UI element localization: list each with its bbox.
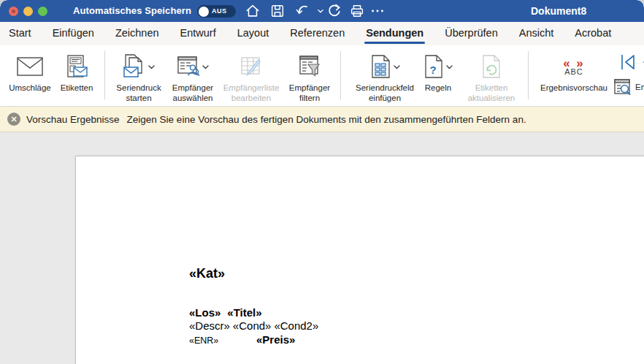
edit-recipient-list-icon xyxy=(239,50,263,83)
tab-start[interactable]: Start xyxy=(9,22,31,45)
tab-referenzen[interactable]: Referenzen xyxy=(290,22,345,45)
autosave-label: Automatisches Speichern xyxy=(73,0,191,22)
tab-layout[interactable]: Layout xyxy=(237,22,269,45)
tab-sendungen[interactable]: Sendungen xyxy=(366,22,423,45)
document-area: «Kat» «Los»«Titel» «Descr»«Cond»«Cond2» … xyxy=(0,132,644,364)
redo-icon[interactable] xyxy=(326,3,342,19)
merge-field-los[interactable]: «Los» xyxy=(189,306,221,319)
filter-recipients-button[interactable]: Empfänger filtern xyxy=(286,50,333,105)
select-recipients-icon xyxy=(177,55,200,78)
previous-record-button[interactable] xyxy=(640,54,644,70)
envelopes-button[interactable]: Umschläge xyxy=(6,50,54,105)
chevron-down-icon xyxy=(446,65,453,69)
envelope-icon xyxy=(17,50,43,83)
window-title: Dokument8 xyxy=(531,0,586,22)
tab-entwurf[interactable]: Entwurf xyxy=(180,22,216,45)
insert-merge-field-icon xyxy=(369,55,391,78)
document-page[interactable]: «Kat» «Los»«Titel» «Descr»«Cond»«Cond2» … xyxy=(75,156,644,364)
ribbon-tabbar: Start Einfügen Zeichnen Entwurf Layout R… xyxy=(0,22,644,45)
group-divider xyxy=(340,51,341,99)
save-icon[interactable] xyxy=(269,3,285,19)
labels-icon xyxy=(65,50,88,83)
toggle-knob-icon xyxy=(199,7,209,17)
titlebar: Automatisches Speichern AUS xyxy=(0,0,644,22)
zoom-window-button[interactable] xyxy=(38,7,47,16)
close-icon[interactable]: ✕ xyxy=(7,113,20,126)
merge-field-titel[interactable]: «Titel» xyxy=(227,306,261,319)
merge-field-kat[interactable]: «Kat» xyxy=(189,266,225,281)
ribbon: Umschläge Etiketten xyxy=(0,45,644,107)
undo-chevron-down-icon[interactable] xyxy=(313,3,321,19)
group-divider xyxy=(528,51,529,99)
print-icon[interactable] xyxy=(349,3,365,19)
find-recipient-label: Em xyxy=(635,83,644,91)
update-labels-icon xyxy=(481,50,502,83)
edit-recipient-list-button: Empfängerliste bearbeiten xyxy=(218,50,285,105)
tab-acrobat[interactable]: Acrobat xyxy=(575,22,611,45)
autosave-state: AUS xyxy=(212,5,227,18)
merge-line-lot-title: «Los»«Titel» xyxy=(189,306,262,319)
chevron-down-icon xyxy=(148,65,155,69)
undo-icon[interactable] xyxy=(295,3,311,19)
find-recipient-button[interactable]: Em xyxy=(613,77,644,96)
group-divider xyxy=(104,51,105,99)
update-labels-button: Etiketten aktualisieren xyxy=(459,50,524,105)
merge-field-cond2[interactable]: «Cond2» xyxy=(274,319,318,332)
tab-einfuegen[interactable]: Einfügen xyxy=(53,22,94,45)
tab-zeichnen[interactable]: Zeichnen xyxy=(115,22,159,45)
merge-field-cond[interactable]: «Cond» xyxy=(233,319,272,332)
infobar-title: Vorschau Ergebnisse xyxy=(26,114,120,125)
select-recipients-button[interactable]: Empfänger auswählen xyxy=(164,50,222,105)
close-window-button[interactable] xyxy=(9,7,18,16)
preview-results-icon: « » ABC xyxy=(563,57,585,76)
labels-button[interactable]: Etiketten xyxy=(55,50,98,105)
merge-line-enr-price: «ENR»«Preis» xyxy=(189,333,295,346)
tab-ueberpruefen[interactable]: Überprüfen xyxy=(445,22,498,45)
insert-merge-field-button[interactable]: Seriendruckfeld einfügen xyxy=(348,50,421,105)
infobar-message: Zeigen Sie eine Vorschau des fertigen Do… xyxy=(127,114,526,125)
find-recipient-icon xyxy=(613,77,632,96)
merge-field-preis[interactable]: «Preis» xyxy=(256,333,295,346)
merge-field-enr[interactable]: «ENR» xyxy=(189,335,256,346)
tab-ansicht[interactable]: Ansicht xyxy=(519,22,554,45)
minimize-window-button[interactable] xyxy=(23,7,33,16)
chevron-down-icon xyxy=(394,65,400,69)
chevron-down-icon xyxy=(202,65,209,69)
preview-results-infobar: ✕ Vorschau Ergebnisse Zeigen Sie eine Vo… xyxy=(0,107,644,132)
close-dot xyxy=(12,10,15,13)
first-record-button[interactable] xyxy=(619,53,637,72)
preview-results-button[interactable]: « » ABC Ergebnisvorschau xyxy=(535,50,613,105)
filter-recipients-icon xyxy=(298,50,321,83)
rules-button[interactable]: ? Regeln xyxy=(421,50,455,105)
autosave-toggle[interactable]: AUS xyxy=(197,5,236,18)
svg-text:?: ? xyxy=(429,64,436,76)
start-mail-merge-icon xyxy=(123,54,146,79)
start-mail-merge-button[interactable]: Seriendruck starten xyxy=(110,50,167,105)
merge-field-descr[interactable]: «Descr» xyxy=(189,319,230,332)
rules-icon: ? xyxy=(423,55,444,78)
more-commands-icon[interactable] xyxy=(369,3,386,19)
merge-line-desc: «Descr»«Cond»«Cond2» xyxy=(189,319,321,332)
word-window: Automatisches Speichern AUS xyxy=(0,0,644,364)
home-icon[interactable] xyxy=(245,3,261,19)
